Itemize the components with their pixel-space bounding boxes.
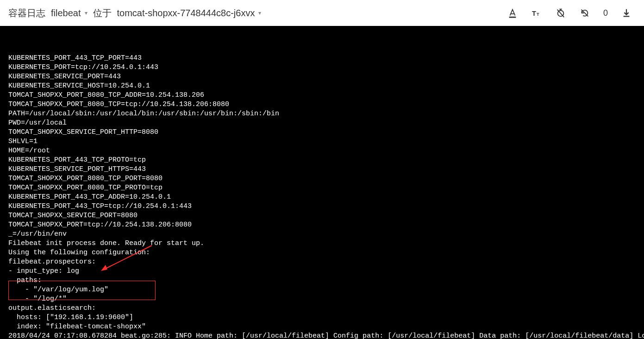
log-line: KUBERNETES_PORT_443_TCP_PROTO=tcp	[8, 156, 636, 165]
header-bar: 容器日志 filebeat ▾ 位于 tomcat-shopxx-7748444…	[0, 0, 644, 26]
log-line: TOMCAT_SHOPXX_SERVICE_PORT_HTTP=8080	[8, 128, 636, 137]
download-icon	[621, 8, 631, 18]
log-line: TOMCAT_SHOPXX_PORT=tcp://10.254.138.206:…	[8, 220, 636, 230]
header-actions: T T 0	[507, 7, 636, 19]
log-line: filebeat.prospectors:	[8, 257, 636, 267]
log-line: KUBERNETES_PORT_443_TCP=tcp://10.254.0.1…	[8, 202, 636, 211]
log-line: HOME=/root	[8, 146, 636, 156]
download-button[interactable]	[621, 7, 632, 19]
log-line: index: "filebeat-tomcat-shopxx"	[8, 322, 636, 332]
header-left: 容器日志 filebeat ▾ 位于 tomcat-shopxx-7748444…	[8, 6, 264, 20]
log-line: PWD=/usr/local	[8, 119, 636, 128]
timer-off-icon	[556, 8, 566, 18]
log-line: PATH=/usr/local/sbin:/usr/local/bin:/usr…	[8, 109, 636, 119]
log-line: KUBERNETES_PORT=tcp://10.254.0.1:443	[8, 63, 636, 72]
log-line: output.elasticsearch:	[8, 304, 636, 313]
svg-text:T: T	[537, 12, 539, 17]
log-line: KUBERNETES_SERVICE_HOST=10.254.0.1	[8, 82, 636, 91]
chevron-down-icon: ▾	[85, 10, 88, 16]
log-line: TOMCAT_SHOPXX_PORT_8080_TCP_ADDR=10.254.…	[8, 91, 636, 100]
log-line: KUBERNETES_SERVICE_PORT=443	[8, 72, 636, 82]
log-line: - "/log/*"	[8, 295, 636, 304]
container-selector[interactable]: filebeat ▾	[48, 6, 90, 20]
pod-selector[interactable]: tomcat-shopxx-7748444c8c-j6xvx ▾	[114, 6, 264, 20]
terminal-output[interactable]: KUBERNETES_PORT_443_TCP_PORT=443KUBERNET…	[0, 26, 644, 339]
container-selector-value: filebeat	[51, 8, 81, 19]
log-line: Filebeat init process done. Ready for st…	[8, 239, 636, 248]
log-line: KUBERNETES_PORT_443_TCP_ADDR=10.254.0.1	[8, 193, 636, 202]
log-line: SHLVL=1	[8, 137, 636, 146]
page-title: 容器日志	[8, 7, 45, 19]
svg-text:T: T	[532, 10, 536, 17]
log-line: KUBERNETES_PORT_443_TCP_PORT=443	[8, 54, 636, 63]
log-count: 0	[603, 8, 608, 18]
log-line: - "/var/log/yum.log"	[8, 285, 636, 295]
log-line: TOMCAT_SHOPXX_PORT_8080_TCP_PROTO=tcp	[8, 183, 636, 193]
log-line: TOMCAT_SHOPXX_SERVICE_PORT=8080	[8, 211, 636, 220]
log-line: TOMCAT_SHOPXX_PORT_8080_TCP=tcp://10.254…	[8, 100, 636, 109]
log-line: 2018/04/24 07:17:08.678284 beat.go:285: …	[8, 332, 636, 339]
refresh-off-icon	[580, 8, 590, 18]
refresh-off-button[interactable]	[579, 7, 590, 19]
log-line: KUBERNETES_SERVICE_PORT_HTTPS=443	[8, 165, 636, 174]
text-color-icon	[507, 8, 518, 18]
chevron-down-icon: ▾	[258, 10, 261, 16]
log-line: TOMCAT_SHOPXX_PORT_8080_TCP_PORT=8080	[8, 174, 636, 183]
timer-off-button[interactable]	[555, 7, 566, 19]
log-line: paths:	[8, 276, 636, 285]
text-color-button[interactable]	[507, 7, 518, 19]
text-size-button[interactable]: T T	[531, 7, 542, 19]
located-label: 位于	[93, 7, 112, 19]
log-line: _=/usr/bin/env	[8, 230, 636, 239]
log-line: hosts: ["192.168.1.19:9600"]	[8, 313, 636, 322]
pod-selector-value: tomcat-shopxx-7748444c8c-j6xvx	[117, 8, 255, 19]
log-line: - input_type: log	[8, 267, 636, 276]
text-size-icon: T T	[531, 8, 542, 18]
log-line: Using the following configuration:	[8, 248, 636, 257]
